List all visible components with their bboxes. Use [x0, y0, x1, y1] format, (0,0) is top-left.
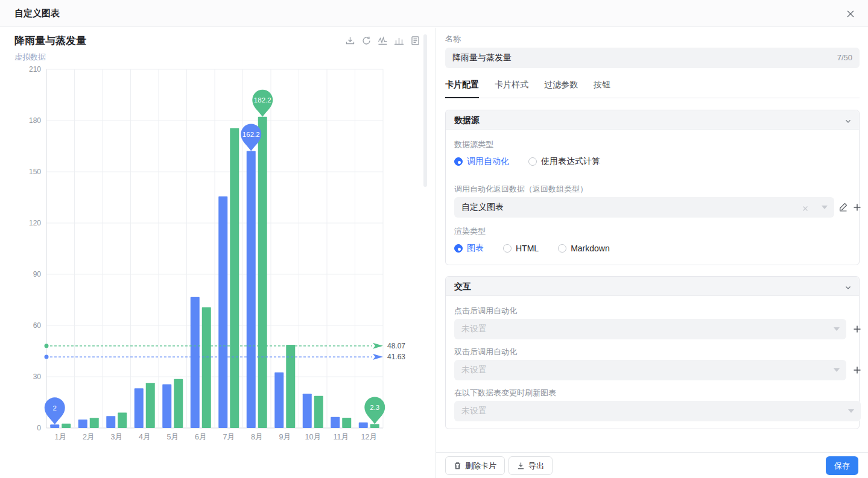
tab-filter-params[interactable]: 过滤参数	[544, 80, 578, 98]
chart-subtitle[interactable]: 虚拟数据	[14, 52, 46, 63]
svg-text:7月: 7月	[223, 433, 235, 441]
radio-html[interactable]: HTML	[503, 243, 539, 254]
bar-降雨量-2月[interactable]	[90, 418, 99, 428]
bar-蒸发量-4月[interactable]	[135, 388, 144, 428]
mark-point-min-蒸发量[interactable]: 2	[45, 397, 65, 424]
click-automation-label: 点击后调用自动化	[454, 306, 517, 316]
export-button[interactable]: 导出	[508, 456, 553, 475]
bar-蒸发量-3月[interactable]	[106, 416, 115, 428]
render-type-label: 渲染类型	[454, 226, 486, 237]
modal-title: 自定义图表	[14, 8, 60, 19]
bar-降雨量-5月[interactable]	[174, 379, 183, 428]
click-automation-select[interactable]: 未设置	[454, 319, 846, 339]
svg-text:2月: 2月	[83, 433, 94, 441]
bar-蒸发量-8月[interactable]	[247, 151, 256, 428]
bar-降雨量-10月[interactable]	[314, 396, 323, 428]
bar-降雨量-11月[interactable]	[342, 418, 351, 428]
bar-降雨量-1月[interactable]	[62, 424, 71, 428]
name-input[interactable]: 降雨量与蒸发量 7/50	[445, 48, 860, 68]
bar-降雨量-12月[interactable]	[370, 424, 379, 428]
svg-text:12月: 12月	[361, 433, 377, 441]
datasource-section: 数据源 数据源类型 调用自动化 使用表达式计算 调用自动化返回数据（返回数组类型…	[445, 110, 860, 265]
rainfall-evaporation-chart[interactable]: 03060901201501802101月2月3月4月5月6月7月8月9月10月…	[0, 28, 436, 478]
restore-icon[interactable]	[361, 36, 372, 46]
svg-text:120: 120	[29, 219, 41, 227]
svg-text:0: 0	[37, 424, 41, 432]
save-button[interactable]: 保存	[826, 456, 858, 475]
left-panel-scrollbar[interactable]	[423, 34, 427, 187]
chevron-down-icon	[844, 116, 852, 124]
svg-text:90: 90	[33, 270, 42, 278]
mark-point-max-降雨量[interactable]: 182.2	[252, 90, 273, 117]
bar-降雨量-9月[interactable]	[286, 345, 295, 428]
svg-text:48.07: 48.07	[387, 342, 405, 350]
delete-card-button[interactable]: 删除卡片	[445, 456, 505, 475]
svg-text:5月: 5月	[167, 433, 179, 441]
datasource-type-radio-group: 调用自动化 使用表达式计算	[454, 156, 600, 167]
bar-降雨量-8月[interactable]	[258, 117, 267, 428]
refresh-table-select[interactable]: 未设置	[454, 401, 861, 421]
bar-蒸发量-11月[interactable]	[331, 417, 340, 428]
svg-text:150: 150	[29, 168, 41, 176]
bar-蒸发量-5月[interactable]	[162, 384, 171, 428]
svg-text:11月: 11月	[334, 433, 349, 441]
automation-select[interactable]: 自定义图表	[454, 197, 834, 218]
add-click-automation-icon[interactable]	[852, 324, 862, 334]
tab-card-config[interactable]: 卡片配置	[445, 80, 479, 98]
bar-降雨量-6月[interactable]	[202, 307, 211, 428]
refresh-on-table-change-label: 在以下数据表变更时刷新图表	[454, 388, 556, 398]
bar-蒸发量-12月[interactable]	[359, 423, 368, 428]
config-tabs: 卡片配置 卡片样式 过滤参数 按钮	[445, 80, 860, 98]
add-automation-icon[interactable]	[852, 203, 862, 212]
svg-text:10月: 10月	[305, 433, 321, 441]
bar-蒸发量-9月[interactable]	[274, 373, 284, 428]
radio-expression[interactable]: 使用表达式计算	[528, 156, 600, 167]
svg-text:2.3: 2.3	[370, 404, 379, 411]
radio-markdown[interactable]: Markdown	[558, 243, 610, 254]
bar-蒸发量-2月[interactable]	[78, 420, 87, 428]
chevron-down-icon	[848, 409, 854, 413]
bar-降雨量-4月[interactable]	[146, 383, 155, 428]
svg-text:4月: 4月	[139, 433, 150, 441]
switch-to-line-icon[interactable]	[378, 36, 388, 46]
data-view-icon[interactable]	[410, 36, 420, 46]
tab-card-style[interactable]: 卡片样式	[495, 80, 528, 98]
svg-text:210: 210	[29, 65, 41, 74]
save-as-image-icon[interactable]	[345, 36, 355, 46]
radio-dot-icon	[558, 244, 566, 253]
dblclick-automation-select[interactable]: 未设置	[454, 360, 846, 380]
radio-dot-icon	[528, 157, 537, 166]
chart-panel: 03060901201501802101月2月3月4月5月6月7月8月9月10月…	[0, 28, 436, 478]
modal-header: 自定义图表	[0, 0, 868, 27]
radio-dot-icon	[503, 244, 512, 253]
char-counter: 7/50	[837, 53, 852, 62]
dblclick-automation-label: 双击后调用自动化	[454, 347, 517, 357]
interaction-section-header[interactable]: 交互	[446, 277, 859, 296]
datasource-section-header[interactable]: 数据源	[446, 110, 859, 130]
add-dblclick-automation-icon[interactable]	[852, 365, 862, 375]
mark-point-min-降雨量[interactable]: 2.3	[364, 397, 385, 424]
chevron-down-icon	[822, 206, 828, 209]
svg-text:60: 60	[33, 321, 42, 330]
bar-降雨量-7月[interactable]	[230, 128, 239, 428]
close-icon[interactable]	[845, 8, 856, 19]
svg-text:41.63: 41.63	[387, 353, 405, 361]
bar-蒸发量-1月[interactable]	[50, 424, 59, 428]
interaction-section-title: 交互	[454, 281, 471, 292]
edit-icon[interactable]	[838, 202, 848, 212]
svg-text:6月: 6月	[195, 433, 206, 441]
bar-降雨量-3月[interactable]	[118, 413, 127, 429]
svg-text:3月: 3月	[111, 433, 122, 441]
svg-text:8月: 8月	[251, 433, 262, 441]
radio-chart[interactable]: 图表	[454, 243, 484, 254]
chart-title: 降雨量与蒸发量	[14, 34, 86, 48]
svg-text:2: 2	[53, 404, 57, 412]
bar-蒸发量-7月[interactable]	[218, 197, 227, 428]
bar-蒸发量-10月[interactable]	[303, 394, 312, 428]
switch-to-bar-icon[interactable]	[394, 36, 404, 46]
radio-call-automation[interactable]: 调用自动化	[454, 156, 509, 167]
clear-icon[interactable]	[802, 204, 809, 211]
bar-蒸发量-6月[interactable]	[191, 297, 200, 428]
tab-buttons[interactable]: 按钮	[594, 80, 610, 98]
chart-toolbar	[345, 36, 423, 48]
